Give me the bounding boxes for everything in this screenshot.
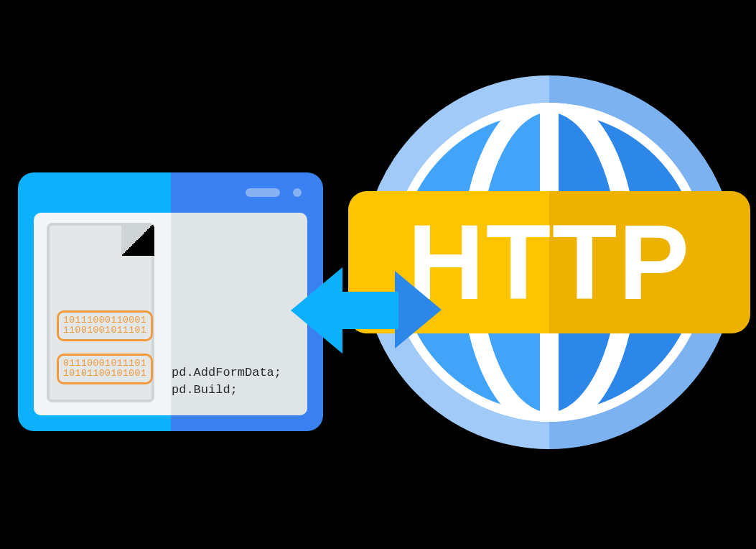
binary-data-block-2: 01110001011101 10101100101001	[57, 354, 153, 384]
binary-line: 10101100101001	[63, 368, 146, 379]
file-fold-corner-icon	[121, 223, 154, 256]
binary-line: 10111000110001	[63, 315, 146, 326]
document-file-icon: 10111000110001 11001001011101 0111000101…	[47, 223, 154, 402]
code-snippet: pd.AddFormData; pd.Build;	[172, 364, 281, 400]
window-titlebar	[18, 172, 323, 213]
window-control-pill-icon	[246, 188, 280, 197]
binary-data-block-1: 10111000110001 11001001011101	[57, 310, 153, 341]
binary-line: 01110001011101	[63, 358, 146, 369]
app-window: 10111000110001 11001001011101 0111000101…	[18, 172, 323, 431]
code-line: pd.AddFormData;	[172, 366, 281, 379]
http-label: HTTP	[408, 209, 691, 315]
window-body: 10111000110001 11001001011101 0111000101…	[34, 213, 307, 415]
arrow-left-icon	[291, 267, 398, 354]
http-globe: HTTP	[363, 75, 736, 449]
code-line: pd.Build;	[172, 383, 238, 397]
binary-line: 11001001011101	[63, 325, 146, 336]
window-control-dot-icon	[293, 188, 302, 197]
